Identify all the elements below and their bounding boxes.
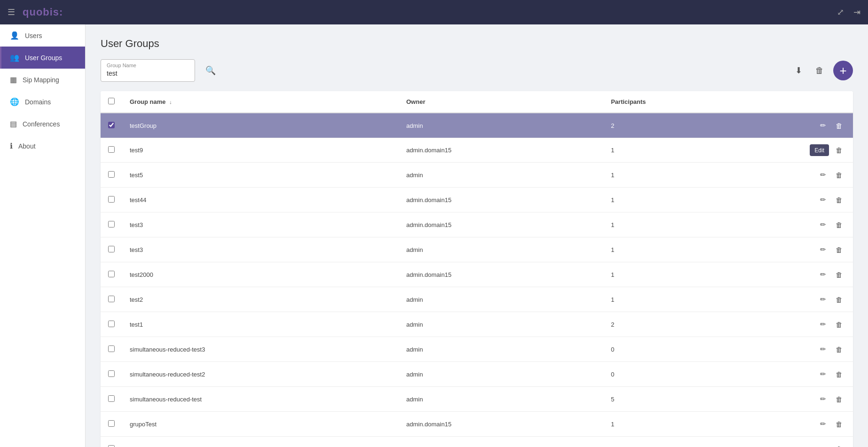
hamburger-icon[interactable]: ☰ bbox=[8, 7, 15, 17]
row-checkbox[interactable] bbox=[108, 395, 115, 402]
sip-mapping-icon: ▦ bbox=[10, 75, 17, 84]
row-checkbox[interactable] bbox=[108, 345, 115, 352]
logout-icon[interactable]: ⇥ bbox=[853, 7, 860, 17]
edit-button[interactable]: ✏ bbox=[817, 169, 829, 181]
edit-button[interactable]: ✏ bbox=[817, 268, 829, 281]
edit-button[interactable]: ✏ bbox=[817, 219, 829, 231]
edit-button[interactable]: ✏ bbox=[817, 243, 829, 256]
download-button[interactable]: ⬇ bbox=[791, 63, 806, 78]
search-button[interactable]: 🔍 bbox=[203, 63, 219, 78]
delete-button[interactable]: 🗑 bbox=[833, 144, 845, 156]
delete-button[interactable]: 🗑 bbox=[833, 268, 845, 281]
edit-button[interactable]: ✏ bbox=[817, 418, 829, 430]
row-checkbox[interactable] bbox=[108, 221, 115, 227]
row-checkbox[interactable] bbox=[108, 246, 115, 252]
expand-icon[interactable]: ⤢ bbox=[837, 7, 844, 17]
page-title: User Groups bbox=[101, 38, 853, 50]
edit-button[interactable]: ✏ bbox=[817, 293, 829, 306]
row-checkbox-cell bbox=[101, 188, 122, 212]
row-group-name: test5 bbox=[122, 163, 399, 188]
group-name-input[interactable] bbox=[107, 70, 189, 77]
edit-button[interactable]: ✏ bbox=[817, 393, 829, 405]
col-header-owner: Owner bbox=[399, 91, 603, 113]
edit-button[interactable]: ✏ bbox=[817, 194, 829, 206]
delete-button[interactable]: 🗑 bbox=[833, 243, 845, 256]
delete-button[interactable]: 🗑 bbox=[833, 368, 845, 380]
delete-button[interactable]: 🗑 bbox=[833, 318, 845, 330]
row-participants: 1 bbox=[603, 412, 750, 437]
edit-button[interactable]: ✏ bbox=[817, 119, 829, 132]
groups-table: Group name ↓ Owner Participants testGrou… bbox=[101, 91, 853, 447]
row-checkbox[interactable] bbox=[108, 296, 115, 302]
delete-button[interactable]: 🗑 bbox=[833, 119, 845, 132]
row-group-name: test3 bbox=[122, 212, 399, 237]
table-row: testGroupadmin2✏🗑 bbox=[101, 113, 853, 138]
row-owner: admin.domain15 bbox=[399, 262, 603, 287]
sidebar-item-about[interactable]: ℹ About bbox=[0, 135, 85, 157]
filter-bar: Group Name 🔍 ⬇ 🗑 + bbox=[101, 59, 853, 82]
row-checkbox[interactable] bbox=[108, 420, 115, 427]
row-group-name: simultaneous-reduced-test bbox=[122, 387, 399, 412]
select-all-checkbox[interactable] bbox=[108, 98, 115, 104]
row-checkbox[interactable] bbox=[108, 171, 115, 178]
select-all-header bbox=[101, 91, 122, 113]
edit-button[interactable]: ✏ bbox=[817, 368, 829, 380]
table-header: Group name ↓ Owner Participants bbox=[101, 91, 853, 113]
row-checkbox-cell bbox=[101, 262, 122, 287]
sidebar-item-label: User Groups bbox=[25, 54, 62, 62]
row-checkbox-cell bbox=[101, 287, 122, 312]
table-row: test3admin.domain151✏🗑 bbox=[101, 212, 853, 237]
sidebar-item-sip-mapping[interactable]: ▦ Sip Mapping bbox=[0, 69, 85, 91]
delete-button[interactable]: 🗑 bbox=[833, 418, 845, 430]
col-header-group-name[interactable]: Group name ↓ bbox=[122, 91, 399, 113]
delete-button[interactable]: 🗑 bbox=[833, 293, 845, 306]
content-area: User Groups Group Name 🔍 ⬇ 🗑 + bbox=[86, 24, 868, 447]
row-actions: ✏🗑 bbox=[758, 418, 845, 430]
delete-button[interactable]: 🗑 bbox=[833, 443, 845, 447]
sidebar-item-domains[interactable]: 🌐 Domains bbox=[0, 91, 85, 113]
row-participants: 2 bbox=[603, 312, 750, 337]
row-actions-cell: ✏🗑 bbox=[750, 188, 853, 212]
table-row: test2admin1✏🗑 bbox=[101, 287, 853, 312]
row-checkbox[interactable] bbox=[108, 370, 115, 377]
row-checkbox[interactable] bbox=[108, 321, 115, 327]
row-actions: ✏🗑 bbox=[758, 219, 845, 231]
bulk-delete-button[interactable]: 🗑 bbox=[812, 63, 828, 78]
about-icon: ℹ bbox=[10, 141, 13, 150]
row-checkbox[interactable] bbox=[108, 445, 115, 447]
row-actions: ✏🗑 bbox=[758, 318, 845, 330]
delete-button[interactable]: 🗑 bbox=[833, 343, 845, 355]
delete-button[interactable]: 🗑 bbox=[833, 194, 845, 206]
row-participants: 5 bbox=[603, 387, 750, 412]
row-checkbox[interactable] bbox=[108, 146, 115, 153]
add-group-button[interactable]: + bbox=[833, 61, 853, 80]
delete-button[interactable]: 🗑 bbox=[833, 219, 845, 231]
row-checkbox-cell bbox=[101, 412, 122, 437]
groups-table-container: Group name ↓ Owner Participants testGrou… bbox=[101, 91, 853, 447]
row-group-name: grupoTest bbox=[122, 412, 399, 437]
row-owner: admin bbox=[399, 337, 603, 362]
row-checkbox[interactable] bbox=[108, 271, 115, 277]
row-actions: ✏🗑 bbox=[758, 268, 845, 281]
row-participants: 1 bbox=[603, 237, 750, 262]
filter-label: Group Name bbox=[107, 63, 189, 68]
sidebar-item-user-groups[interactable]: 👥 User Groups bbox=[0, 47, 85, 69]
edit-button[interactable]: ✏ bbox=[817, 343, 829, 355]
delete-button[interactable]: 🗑 bbox=[833, 393, 845, 405]
sidebar-item-users[interactable]: 👤 Users bbox=[0, 24, 85, 47]
row-actions-cell: ✏🗑 bbox=[750, 212, 853, 237]
edit-button[interactable]: ✏ bbox=[817, 443, 829, 447]
sidebar-item-label: Conferences bbox=[23, 120, 60, 128]
row-group-name: test2 bbox=[122, 287, 399, 312]
row-owner: admin bbox=[399, 113, 603, 138]
row-owner: admin.domain15 bbox=[399, 412, 603, 437]
row-owner: admin bbox=[399, 287, 603, 312]
row-owner: admin bbox=[399, 362, 603, 387]
edit-button[interactable]: ✏ bbox=[817, 318, 829, 330]
row-checkbox[interactable] bbox=[108, 122, 115, 128]
row-checkbox[interactable] bbox=[108, 196, 115, 203]
edit-badge-button[interactable]: Edit bbox=[810, 144, 829, 156]
delete-button[interactable]: 🗑 bbox=[833, 169, 845, 181]
row-owner: admin bbox=[399, 237, 603, 262]
sidebar-item-conferences[interactable]: ▤ Conferences bbox=[0, 113, 85, 135]
